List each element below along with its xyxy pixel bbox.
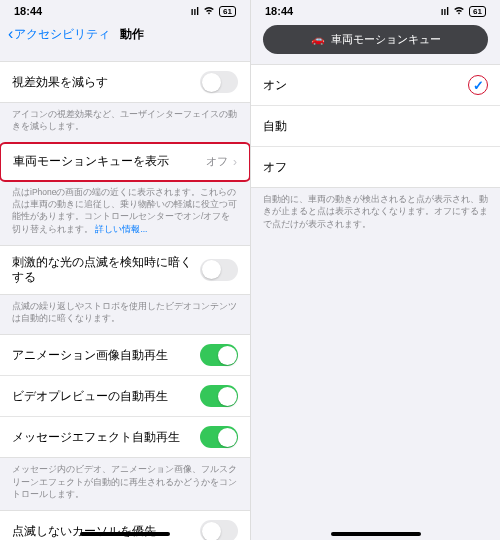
toggle-dim-flashing[interactable] bbox=[200, 259, 238, 281]
option-on[interactable]: オン ✓ bbox=[251, 65, 500, 105]
row-reduce-motion[interactable]: 視差効果を減らす bbox=[0, 62, 250, 102]
chevron-right-icon: › bbox=[233, 155, 237, 169]
label-reduce-motion: 視差効果を減らす bbox=[12, 75, 200, 90]
row-autoplay-animation[interactable]: アニメーション画像自動再生 bbox=[0, 335, 250, 375]
nav-title: 動作 bbox=[120, 26, 144, 43]
label-autoplay-message-effects: メッセージエフェクト自動再生 bbox=[12, 430, 200, 445]
status-time: 18:44 bbox=[14, 5, 42, 17]
group-autoplay: アニメーション画像自動再生 ビデオプレビューの自動再生 メッセージエフェクト自動… bbox=[0, 334, 250, 458]
footer-reduce-motion: アイコンの視差効果など、ユーザインターフェイスの動きを減らします。 bbox=[0, 103, 250, 143]
footer-options: 自動的に、車両の動きが検出されると点が表示され、動きが止まると点は表示されなくな… bbox=[251, 188, 500, 240]
title-pill: 🚗 車両モーションキュー bbox=[263, 25, 488, 54]
back-button[interactable]: ‹ アクセシビリティ bbox=[8, 25, 110, 43]
signal-icon: ııl bbox=[191, 6, 199, 17]
checkmark-icon: ✓ bbox=[473, 78, 484, 93]
option-auto-label: 自動 bbox=[263, 119, 287, 134]
label-autoplay-animation: アニメーション画像自動再生 bbox=[12, 348, 200, 363]
label-dim-flashing: 刺激的な光の点滅を検知時に暗くする bbox=[12, 255, 200, 285]
wifi-icon-r bbox=[453, 6, 465, 17]
status-right: ııl 61 bbox=[191, 6, 236, 17]
home-indicator-r[interactable] bbox=[331, 532, 421, 536]
status-right-r: ııl 61 bbox=[441, 6, 486, 17]
row-vehicle-motion-cues[interactable]: 車両モーションキューを表示 オフ › bbox=[1, 144, 249, 180]
wifi-icon bbox=[203, 6, 215, 17]
group-reduce-motion: 視差効果を減らす bbox=[0, 61, 250, 103]
toggle-autoplay-message-effects[interactable] bbox=[200, 426, 238, 448]
car-icon: 🚗 bbox=[311, 33, 325, 46]
footer-autoplay: メッセージ内のビデオ、アニメーション画像、フルスクリーンエフェクトが自動的に再生… bbox=[0, 458, 250, 510]
title-pill-label: 車両モーションキュー bbox=[331, 32, 441, 47]
toggle-reduce-motion[interactable] bbox=[200, 71, 238, 93]
signal-icon-r: ııl bbox=[441, 6, 449, 17]
label-autoplay-video: ビデオプレビューの自動再生 bbox=[12, 389, 200, 404]
row-dim-flashing[interactable]: 刺激的な光の点滅を検知時に暗くする bbox=[0, 246, 250, 294]
link-more-info[interactable]: 詳しい情報... bbox=[95, 224, 147, 234]
option-on-label: オン bbox=[263, 78, 287, 93]
footer-dim-flashing: 点滅の繰り返しやストロボを使用したビデオコンテンツは自動的に暗くなります。 bbox=[0, 295, 250, 335]
right-phone: 18:44 ııl 61 🚗 車両モーションキュー オン ✓ 自動 bbox=[250, 0, 500, 540]
battery-icon-r: 61 bbox=[469, 6, 486, 17]
toggle-autoplay-video[interactable] bbox=[200, 385, 238, 407]
option-off[interactable]: オフ bbox=[251, 146, 500, 187]
status-bar: 18:44 ııl 61 bbox=[0, 0, 250, 19]
group-dim-flashing: 刺激的な光の点滅を検知時に暗くする bbox=[0, 245, 250, 295]
value-vehicle-motion-cues: オフ bbox=[206, 154, 228, 169]
group-vehicle-motion-cues: 車両モーションキューを表示 オフ › bbox=[0, 142, 250, 182]
check-ring-icon: ✓ bbox=[468, 75, 488, 95]
nav-bar: ‹ アクセシビリティ 動作 bbox=[0, 19, 250, 53]
row-autoplay-video[interactable]: ビデオプレビューの自動再生 bbox=[0, 375, 250, 416]
status-time-r: 18:44 bbox=[265, 5, 293, 17]
chevron-left-icon: ‹ bbox=[8, 25, 13, 43]
settings-scroll[interactable]: 視差効果を減らす アイコンの視差効果など、ユーザインターフェイスの動きを減らしま… bbox=[0, 53, 250, 540]
back-label: アクセシビリティ bbox=[14, 26, 110, 43]
status-bar-r: 18:44 ııl 61 bbox=[251, 0, 500, 19]
battery-icon: 61 bbox=[219, 6, 236, 17]
toggle-cursor-blink[interactable] bbox=[200, 520, 238, 540]
option-off-label: オフ bbox=[263, 160, 287, 175]
home-indicator[interactable] bbox=[80, 532, 170, 536]
check-wrap-on: ✓ bbox=[468, 75, 488, 95]
disclosure-vehicle-motion-cues: オフ › bbox=[206, 154, 237, 169]
label-vehicle-motion-cues: 車両モーションキューを表示 bbox=[13, 154, 206, 169]
left-phone: 18:44 ııl 61 ‹ アクセシビリティ 動作 視差効果を減らす アイコン… bbox=[0, 0, 250, 540]
group-options: オン ✓ 自動 オフ bbox=[251, 64, 500, 188]
footer-vehicle-motion-cues: 点はiPhoneの画面の端の近くに表示されます。これらの点は車両の動きに追従し、… bbox=[0, 181, 250, 245]
toggle-autoplay-animation[interactable] bbox=[200, 344, 238, 366]
option-auto[interactable]: 自動 bbox=[251, 105, 500, 146]
row-autoplay-message-effects[interactable]: メッセージエフェクト自動再生 bbox=[0, 416, 250, 457]
